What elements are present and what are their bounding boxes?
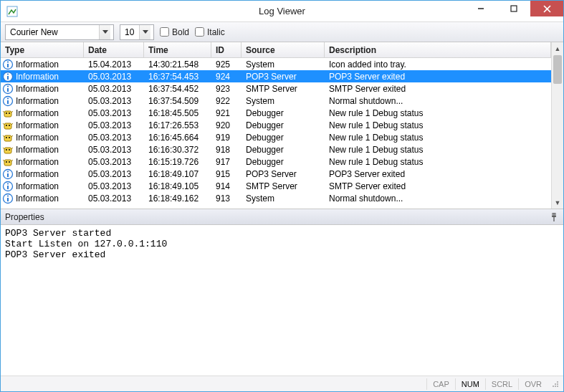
svg-point-9 bbox=[7, 61, 9, 62]
table-row[interactable]: Information05.03.201316:17:26.553920Debu… bbox=[1, 119, 551, 131]
info-icon bbox=[2, 71, 14, 82]
table-row[interactable]: Information05.03.201316:18:45.505921Debu… bbox=[1, 107, 551, 119]
cell-date: 05.03.2013 bbox=[84, 95, 144, 107]
cell-source: System bbox=[242, 95, 325, 107]
column-id[interactable]: ID bbox=[211, 42, 242, 57]
bold-checkbox-input[interactable] bbox=[160, 27, 169, 37]
italic-label: Italic bbox=[207, 27, 225, 37]
resize-grip-icon[interactable] bbox=[550, 379, 560, 389]
cell-type: Information bbox=[1, 131, 84, 143]
size-combo[interactable] bbox=[120, 24, 154, 40]
cell-date: 05.03.2013 bbox=[84, 192, 144, 204]
titlebar[interactable]: Log Viewer bbox=[1, 1, 563, 22]
cell-type-text: Information bbox=[16, 108, 59, 118]
column-description[interactable]: Description bbox=[325, 42, 551, 57]
cell-date: 05.03.2013 bbox=[84, 82, 144, 95]
log-table[interactable]: Type Date Time ID Source Description Inf… bbox=[1, 42, 551, 209]
cell-id: 923 bbox=[211, 82, 242, 95]
cell-id: 918 bbox=[211, 143, 242, 156]
svg-rect-2 bbox=[511, 6, 517, 11]
cell-id: 922 bbox=[211, 95, 242, 107]
table-row[interactable]: Information05.03.201316:37:54.509922Syst… bbox=[1, 95, 551, 107]
svg-point-55 bbox=[555, 386, 556, 387]
svg-rect-51 bbox=[7, 198, 9, 201]
table-row[interactable]: Information05.03.201316:16:45.664919Debu… bbox=[1, 131, 551, 143]
table-row[interactable]: Information05.03.201316:18:49.107915POP3… bbox=[1, 168, 551, 180]
maximize-button[interactable] bbox=[497, 1, 530, 16]
svg-line-38 bbox=[11, 148, 13, 149]
svg-rect-39 bbox=[4, 160, 11, 166]
svg-point-40 bbox=[6, 161, 7, 163]
cell-time: 16:16:30.372 bbox=[144, 143, 211, 156]
info-icon bbox=[2, 181, 14, 192]
svg-line-22 bbox=[3, 111, 4, 113]
cell-type-text: Information bbox=[16, 145, 59, 155]
chevron-down-icon[interactable] bbox=[139, 25, 150, 39]
bug-icon bbox=[2, 132, 14, 143]
vertical-scrollbar[interactable]: ▲ ▼ bbox=[551, 42, 563, 209]
properties-header[interactable]: Properties bbox=[1, 209, 563, 225]
bug-icon bbox=[2, 120, 14, 131]
cell-date: 05.03.2013 bbox=[84, 70, 144, 82]
table-row[interactable]: Information05.03.201316:15:19.726917Debu… bbox=[1, 156, 551, 168]
cell-date: 05.03.2013 bbox=[84, 180, 144, 192]
properties-text[interactable]: POP3 Server started Start Listen on 127.… bbox=[1, 225, 563, 376]
table-row[interactable]: Information05.03.201316:18:49.162913Syst… bbox=[1, 192, 551, 204]
cell-source: Debugger bbox=[242, 156, 325, 168]
cell-time: 16:17:26.553 bbox=[144, 119, 211, 131]
cell-description: POP3 Server exited bbox=[325, 168, 551, 180]
svg-rect-24 bbox=[4, 123, 11, 129]
svg-rect-48 bbox=[7, 186, 9, 189]
column-time[interactable]: Time bbox=[144, 42, 211, 57]
cell-type: Information bbox=[1, 58, 84, 70]
column-type[interactable]: Type bbox=[1, 42, 84, 57]
font-combo-input[interactable] bbox=[6, 25, 99, 39]
properties-title: Properties bbox=[5, 212, 44, 222]
scroll-down-icon[interactable]: ▼ bbox=[552, 196, 563, 209]
cell-time: 16:18:49.162 bbox=[144, 192, 211, 204]
chevron-down-icon[interactable] bbox=[99, 25, 110, 39]
svg-rect-8 bbox=[7, 64, 9, 67]
cell-id: 920 bbox=[211, 119, 242, 131]
italic-checkbox[interactable]: Italic bbox=[195, 27, 225, 37]
status-num: NUM bbox=[455, 378, 485, 390]
italic-checkbox-input[interactable] bbox=[195, 27, 204, 37]
column-date[interactable]: Date bbox=[84, 42, 144, 57]
svg-rect-19 bbox=[4, 111, 11, 117]
bold-checkbox[interactable]: Bold bbox=[160, 27, 189, 37]
cell-source: Debugger bbox=[242, 107, 325, 119]
cell-type: Information bbox=[1, 192, 84, 204]
pin-icon[interactable] bbox=[549, 212, 559, 222]
cell-description: Icon added into tray. bbox=[325, 58, 551, 70]
table-row[interactable]: Information05.03.201316:16:30.372918Debu… bbox=[1, 143, 551, 156]
table-row[interactable]: Information15.04.201314:30:21.548925Syst… bbox=[1, 58, 551, 70]
table-row[interactable]: Information05.03.201316:37:54.452923SMTP… bbox=[1, 82, 551, 95]
svg-point-46 bbox=[7, 171, 9, 172]
table-row[interactable]: Information05.03.201316:37:54.453924POP3… bbox=[1, 70, 551, 82]
cell-date: 15.04.2013 bbox=[84, 58, 144, 70]
cell-type-text: Information bbox=[16, 157, 59, 167]
cell-source: POP3 Server bbox=[242, 70, 325, 82]
cell-id: 925 bbox=[211, 58, 242, 70]
svg-rect-14 bbox=[7, 88, 9, 92]
table-row[interactable]: Information05.03.201316:18:49.105914SMTP… bbox=[1, 180, 551, 192]
cell-type: Information bbox=[1, 82, 84, 95]
size-combo-input[interactable] bbox=[120, 25, 139, 39]
cell-time: 16:37:54.452 bbox=[144, 82, 211, 95]
toolbar: Bold Italic bbox=[1, 22, 563, 42]
svg-point-21 bbox=[9, 113, 10, 114]
info-icon bbox=[2, 83, 14, 95]
svg-point-58 bbox=[555, 383, 556, 385]
scroll-up-icon[interactable]: ▲ bbox=[552, 42, 563, 54]
font-combo[interactable] bbox=[5, 24, 114, 40]
column-source[interactable]: Source bbox=[242, 42, 325, 57]
status-scrl: SCRL bbox=[485, 378, 518, 390]
table-header[interactable]: Type Date Time ID Source Description bbox=[1, 42, 551, 58]
cell-time: 16:37:54.509 bbox=[144, 95, 211, 107]
cell-description: New rule 1 Debug status bbox=[325, 131, 551, 143]
minimize-button[interactable] bbox=[464, 1, 497, 16]
close-button[interactable] bbox=[530, 1, 563, 16]
cell-type-text: Information bbox=[16, 120, 59, 130]
scrollbar-thumb[interactable] bbox=[553, 55, 562, 84]
info-icon bbox=[2, 168, 14, 180]
